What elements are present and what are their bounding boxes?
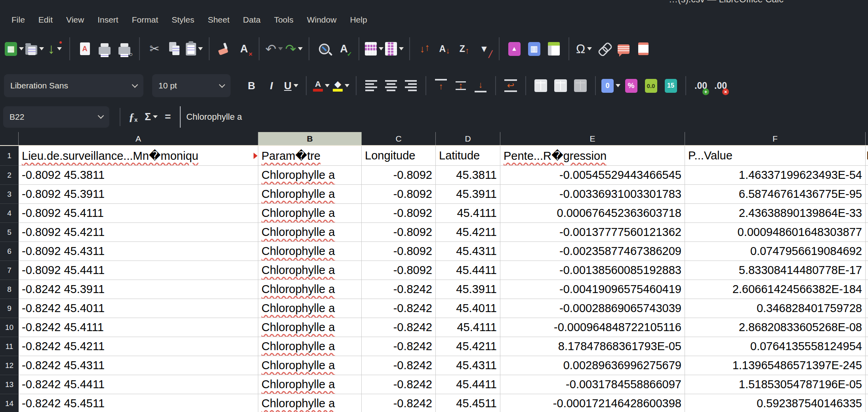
cell-C8[interactable]: -0.8242 <box>362 280 436 299</box>
cell-A10[interactable]: -0.8242 45.4111 <box>19 318 258 337</box>
dropdown-caret[interactable] <box>39 47 44 50</box>
undo-button[interactable]: ↶ <box>265 36 283 61</box>
cell-C10[interactable]: -0.8242 <box>362 318 436 337</box>
cell-B10[interactable]: Chlorophylle a <box>258 318 362 337</box>
cell-F14[interactable]: 0.592387540146335 <box>685 394 866 412</box>
row-header-6[interactable]: 6 <box>0 242 19 261</box>
sort-button[interactable]: ↓↑ <box>416 36 434 61</box>
cell-F12[interactable]: 1.13965486571397E-245 <box>685 356 866 375</box>
menu-insert[interactable]: Insert <box>91 11 125 29</box>
cell-B14[interactable]: Chlorophylle a <box>258 394 362 412</box>
cell-D6[interactable]: 45.4311 <box>436 242 500 261</box>
menu-file[interactable]: File <box>5 11 32 29</box>
cell-F4[interactable]: 2.43638890139864E-33 <box>685 204 866 223</box>
menu-edit[interactable]: Edit <box>32 11 59 29</box>
cell-partial-3[interactable] <box>866 185 868 204</box>
redo-button[interactable]: ↷ <box>285 36 303 61</box>
cell-E4[interactable]: 0.000676452363603718 <box>500 204 685 223</box>
underline-button[interactable]: U <box>282 73 300 98</box>
dropdown-caret[interactable] <box>379 47 383 50</box>
cell-C2[interactable]: -0.8092 <box>362 166 436 185</box>
headers-footers-button[interactable] <box>634 36 652 61</box>
row-header-4[interactable]: 4 <box>0 204 19 223</box>
row-header-9[interactable]: 9 <box>0 299 19 318</box>
insert-image-button[interactable]: ▲ <box>505 36 523 61</box>
cell-C9[interactable]: -0.8242 <box>362 299 436 318</box>
column-header-E[interactable]: E <box>500 132 685 145</box>
cell-D13[interactable]: 45.4411 <box>436 375 500 394</box>
cell-partial-4[interactable] <box>866 204 868 223</box>
cell-B8[interactable]: Chlorophylle a <box>258 280 362 299</box>
paste-button[interactable] <box>185 36 203 61</box>
cell-D14[interactable]: 45.4511 <box>436 394 500 412</box>
row-header-13[interactable]: 13 <box>0 375 19 394</box>
cell-A2[interactable]: -0.8092 45.3811 <box>19 166 258 185</box>
cell-A8[interactable]: -0.8242 45.3911 <box>19 280 258 299</box>
column-header-A[interactable]: A <box>19 132 258 145</box>
menu-help[interactable]: Help <box>343 11 374 29</box>
dropdown-caret[interactable] <box>153 115 158 118</box>
column-header-F[interactable]: F <box>685 132 866 145</box>
select-all-corner[interactable] <box>0 132 19 145</box>
find-replace-button[interactable] <box>315 36 333 61</box>
cell-A5[interactable]: -0.8092 45.4211 <box>19 223 258 242</box>
cell-F5[interactable]: 0.000948601648303877 <box>685 223 866 242</box>
cell-D12[interactable]: 45.4311 <box>436 356 500 375</box>
cell-partial-8[interactable] <box>866 280 868 299</box>
cell-A7[interactable]: -0.8092 45.4411 <box>19 261 258 280</box>
dropdown-caret[interactable] <box>616 84 620 87</box>
column-header-D[interactable]: D <box>436 132 500 145</box>
row-header-1[interactable]: 1 <box>0 146 19 166</box>
cell-D9[interactable]: 45.4011 <box>436 299 500 318</box>
new-document-button[interactable]: ▦ <box>5 36 24 61</box>
cell-A3[interactable]: -0.8092 45.3911 <box>19 185 258 204</box>
cell-D11[interactable]: 45.4211 <box>436 337 500 356</box>
cell-C6[interactable]: -0.8092 <box>362 242 436 261</box>
dropdown-caret[interactable] <box>399 47 404 50</box>
cut-button[interactable]: ✂ <box>145 36 164 61</box>
cell-F2[interactable]: 1.46337199623493E-54 <box>685 166 866 185</box>
cell-C1[interactable]: Longitude <box>362 146 436 166</box>
cell-A6[interactable]: -0.8092 45.4311 <box>19 242 258 261</box>
cell-F7[interactable]: 5.83308414480778E-17 <box>685 261 866 280</box>
cell-F9[interactable]: 0.346828401759728 <box>685 299 866 318</box>
sort-descending-button[interactable]: Z↑ <box>455 36 473 61</box>
cell-B4[interactable]: Chlorophylle a <box>258 204 362 223</box>
bold-button[interactable]: B <box>242 73 261 98</box>
cell-F10[interactable]: 2.86820833605268E-08 <box>685 318 866 337</box>
cell-partial-10[interactable] <box>866 318 868 337</box>
format-number-button[interactable]: 0.0 <box>642 73 660 98</box>
cell-A12[interactable]: -0.8242 45.4311 <box>19 356 258 375</box>
row-header-5[interactable]: 5 <box>0 223 19 242</box>
cell-F11[interactable]: 0.0764135558124954 <box>685 337 866 356</box>
insert-rows-button[interactable] <box>365 36 383 61</box>
cell-E7[interactable]: -0.00138560085192883 <box>500 261 685 280</box>
cell-F6[interactable]: 0.0747956619084692 <box>685 242 866 261</box>
align-center-button[interactable] <box>382 73 400 98</box>
align-top-button[interactable]: ↑ <box>432 73 450 98</box>
cell-C13[interactable]: -0.8242 <box>362 375 436 394</box>
format-date-button[interactable]: 15 <box>662 73 680 98</box>
align-right-button[interactable] <box>402 73 420 98</box>
cell-C4[interactable]: -0.8092 <box>362 204 436 223</box>
dropdown-caret[interactable] <box>19 47 24 50</box>
cell-C5[interactable]: -0.8092 <box>362 223 436 242</box>
menu-sheet[interactable]: Sheet <box>201 11 236 29</box>
cell-D10[interactable]: 45.4111 <box>436 318 500 337</box>
dropdown-caret[interactable] <box>198 47 203 50</box>
menu-data[interactable]: Data <box>236 11 267 29</box>
cell-F3[interactable]: 6.58746761436775E-95 <box>685 185 866 204</box>
column-header-partial[interactable] <box>866 132 868 145</box>
cell-D1[interactable]: Latitude <box>436 146 500 166</box>
dropdown-caret[interactable] <box>345 84 349 87</box>
merge-center-cells-button[interactable] <box>532 73 550 98</box>
cell-reference-name-box[interactable]: B22 <box>3 106 109 128</box>
italic-button[interactable]: I <box>262 73 280 98</box>
cell-F8[interactable]: 2.60661424566382E-184 <box>685 280 866 299</box>
cell-C3[interactable]: -0.8092 <box>362 185 436 204</box>
sum-button[interactable]: Σ <box>145 111 158 123</box>
special-character-button[interactable]: Ω <box>575 36 593 61</box>
cell-D4[interactable]: 45.4111 <box>436 204 500 223</box>
menu-format[interactable]: Format <box>125 11 165 29</box>
row-header-12[interactable]: 12 <box>0 356 19 375</box>
